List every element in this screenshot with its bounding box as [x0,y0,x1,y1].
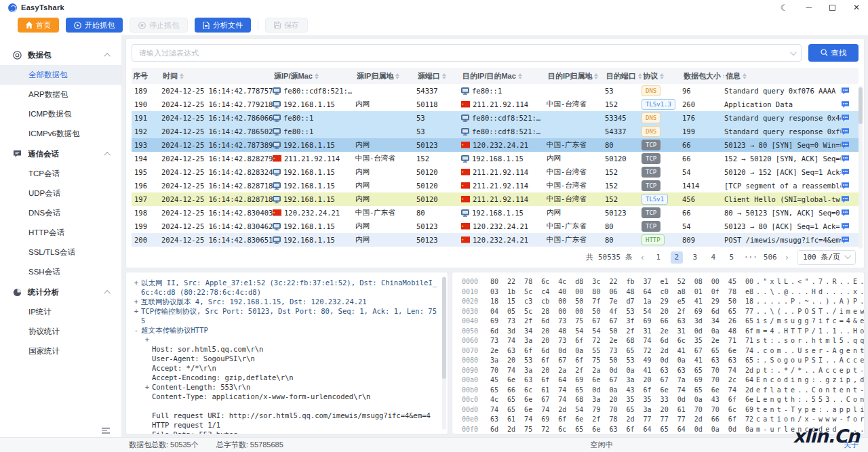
hex-row[interactable]: 006073 74 3a 20 73 6f 72 2e 68 74 6d 6c … [462,336,861,346]
sidebar-item[interactable]: UDP会话 [0,184,121,203]
close-icon[interactable]: ✕ [853,3,860,12]
hex-row[interactable]: 00702e 63 6f 6d 0d 0a 55 73 65 72 2d 41 … [462,346,861,356]
tree-line[interactable]: Accept-Encoding: gzip,deflate\r\n [132,373,441,382]
sidebar-item[interactable]: HTTP会话 [0,223,121,243]
hex-row[interactable]: 00b065 66 6c 61 74 65 0d 0a 43 6f 6e 74 … [462,386,861,396]
save-button[interactable]: 保存 [265,18,308,33]
tree-line[interactable]: Full request URI: http://sor.html5.qq.co… [132,411,441,420]
comment-icon[interactable] [841,114,859,122]
hex-row[interactable]: 001003 1b 5c c4 40 00 80 06 48 64 c0 a8 … [462,287,861,297]
page-number[interactable]: 2 [671,251,683,264]
tree-line[interactable]: +Content-Length: 553\r\n [132,382,441,392]
sort-carets-icon[interactable] [180,73,184,79]
tree-scrollbar[interactable] [442,276,446,430]
sidebar-group-header-2[interactable]: 统计分析 [0,282,121,302]
comment-icon[interactable] [841,182,859,190]
hex-row[interactable]: 003004 05 5c 28 00 00 50 4f 53 54 20 2f … [462,307,861,317]
column-header[interactable]: 信息 [724,71,859,81]
table-row[interactable]: 1912024-12-25 16:14:42.786066fe80::153fe… [132,111,859,125]
sort-carets-icon[interactable] [395,73,399,79]
sort-carets-icon[interactable] [518,73,522,79]
tree-line[interactable]: File Data: 553 bytes [132,430,441,434]
filter-expression-input[interactable] [132,44,802,62]
page-number[interactable]: 3 [689,251,701,264]
hex-row[interactable]: 004069 73 2f 6d 73 75 67 67 3f 69 66 63 … [462,316,861,327]
table-row[interactable]: 1932024-12-25 16:14:42.787389192.168.1.1… [132,138,859,152]
search-button[interactable]: 查找 [808,44,859,62]
sort-carets-icon[interactable] [743,73,747,79]
tree-line[interactable]: HTTP request 1/1 [132,420,441,430]
sidebar-item[interactable]: IP统计 [0,302,121,322]
column-header[interactable]: 源IP/源Mac [273,71,355,81]
hex-row[interactable]: 00506d 3d 34 20 48 54 54 50 2f 31 2e 31 … [462,327,861,337]
sort-carets-icon[interactable] [660,73,664,79]
tree-line[interactable]: Content-Type: application/x-www-form-url… [132,392,441,401]
page-size-select[interactable]: 100 条/页 [797,250,856,265]
page-number[interactable]: 1 [652,251,665,264]
tree-line[interactable]: +TCP传输控制协议, Src Port: 50123, Dst Port: 8… [132,306,441,325]
table-row[interactable]: 2002024-12-25 16:14:42.830651192.168.1.1… [132,233,859,247]
sidebar-item[interactable]: 国家统计 [0,342,121,361]
comment-icon[interactable] [841,195,859,203]
table-scrollbar[interactable] [859,86,863,249]
table-row[interactable]: 1942024-12-25 16:14:42.828279★211.21.92.… [132,152,859,165]
hex-row[interactable]: 00e063 61 74 69 6f 6e 2f 78 2d 77 77 77 … [462,415,861,425]
comment-icon[interactable] [841,87,859,95]
dark-mode-icon[interactable]: ☾ [781,3,789,12]
expand-icon[interactable]: + [132,278,141,297]
tree-line[interactable]: Host: sor.html5.qq.com\r\n [132,344,441,354]
tree-line[interactable]: -超文本传输协议HTTP [132,325,441,335]
hex-row[interactable]: 002018 15 c3 cb 00 50 7f 7e d7 1a 29 e5 … [462,297,861,307]
tree-line[interactable]: Accept: */*\r\n [132,363,441,373]
sidebar-item[interactable]: ICMP数据包 [0,104,121,124]
table-row[interactable]: 1982024-12-25 16:14:42.830403★120.232.24… [132,206,859,220]
table-row[interactable]: 1992024-12-25 16:14:42.830462192.168.1.1… [132,220,859,233]
column-header[interactable]: 时间 [161,71,273,81]
stop-capture-button[interactable]: 停止抓包 [130,18,188,33]
comment-icon[interactable] [841,155,859,163]
comment-icon[interactable] [841,222,859,230]
comment-icon[interactable] [841,127,859,136]
column-header[interactable]: 目的IP归属地 [547,71,605,81]
collapse-icon[interactable]: - [132,325,141,335]
sidebar-item[interactable]: SSH会话 [0,262,121,282]
sidebar-group-header-1[interactable]: 通信会话 [0,144,121,164]
collapse-sidebar-icon[interactable] [102,428,110,434]
hex-row[interactable]: 00d074 65 6e 74 2d 54 79 70 65 3a 20 61 … [462,405,861,415]
tree-line[interactable]: + [132,335,441,344]
sort-carets-icon[interactable] [315,73,319,79]
column-header[interactable]: 目的IP/目的Mac [461,71,547,81]
hex-row[interactable]: 00a045 6e 63 6f 64 69 6e 67 3a 20 67 7a … [462,375,861,386]
home-button[interactable]: 首页 [18,18,59,33]
sidebar-item[interactable]: 全部数据包 [0,65,121,85]
next-page-icon[interactable]: › [783,253,791,262]
sort-carets-icon[interactable] [442,73,446,79]
table-row[interactable]: 1922024-12-25 16:14:42.786502fe80::153fe… [132,125,859,138]
sidebar-item[interactable]: TCP会话 [0,164,121,184]
sidebar-item[interactable]: SSL/TLS会话 [0,243,121,262]
hex-row[interactable]: 00c04c 65 6e 67 74 68 3a 20 35 35 33 0d … [462,395,861,405]
column-header[interactable]: 协议 [642,71,682,81]
column-header[interactable]: 数据包大小 [682,71,724,81]
table-row[interactable]: 1962024-12-25 16:14:42.828718192.168.1.1… [132,179,859,192]
comment-icon[interactable] [841,209,859,217]
page-number[interactable]: 5 [726,251,738,264]
maximize-icon[interactable] [829,5,835,11]
minimize-icon[interactable]: ─ [806,3,812,12]
page-ellipsis[interactable]: ··· [744,251,757,264]
table-row[interactable]: 1902024-12-25 16:14:42.779218192.168.1.1… [132,98,859,111]
expand-icon[interactable]: + [142,335,152,344]
tree-line[interactable]: +互联网协议版本 4, Src: 192.168.1.15, Dst: 120.… [132,297,441,306]
sort-carets-icon[interactable] [594,73,598,79]
page-number[interactable]: 4 [707,251,719,264]
column-header[interactable]: 目的端口 [605,71,642,81]
hex-row[interactable]: 009070 74 3a 20 2a 2f 2a 0d 0a 41 63 63 … [462,366,861,376]
column-header[interactable]: 源端口 [416,71,461,81]
tree-line[interactable] [132,401,441,411]
comment-icon[interactable] [841,236,859,244]
table-row[interactable]: 1892024-12-25 16:14:42.778757fe80::cdf8:… [132,84,859,98]
sidebar-item[interactable]: DNS会话 [0,203,121,223]
table-row[interactable]: 1972024-12-25 16:14:42.828718192.168.1.1… [132,192,859,206]
sidebar-group-header-0[interactable]: 数据包 [0,45,121,65]
column-header[interactable]: 源IP归属地 [355,71,416,81]
